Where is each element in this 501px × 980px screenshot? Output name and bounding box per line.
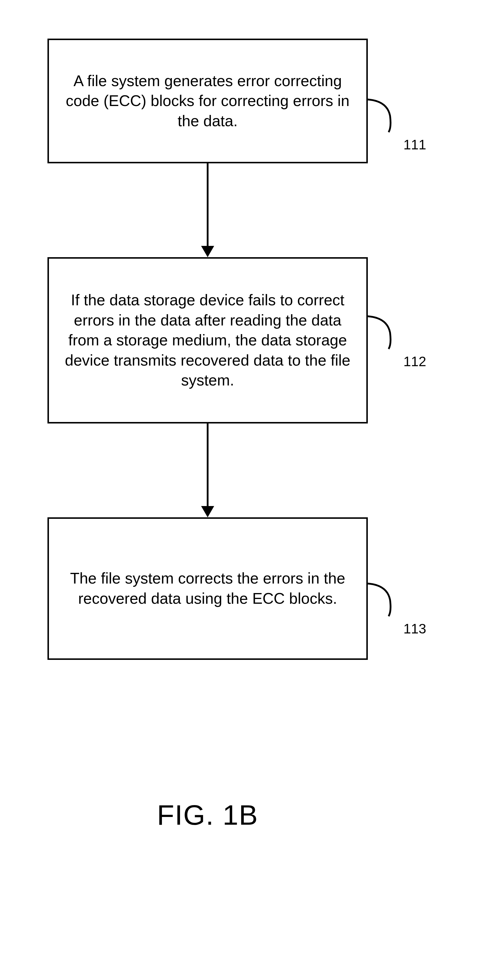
connector-curve-2	[366, 315, 402, 350]
box-2-label: 112	[403, 353, 426, 369]
arrow-container-2	[48, 423, 368, 517]
flowchart-box-3: The file system corrects the errors in t…	[48, 517, 368, 660]
arrow-2-head	[201, 506, 214, 517]
connector-curve-1	[366, 98, 402, 134]
box-2-text: If the data storage device fails to corr…	[64, 290, 352, 390]
box-3-text: The file system corrects the errors in t…	[64, 568, 352, 608]
arrow-2-line	[207, 423, 209, 507]
arrow-2	[201, 423, 214, 517]
box-1-text: A file system generates error correcting…	[64, 71, 352, 131]
arrow-1-head	[201, 246, 214, 257]
connector-curve-3	[366, 582, 402, 618]
flowchart-box-2: If the data storage device fails to corr…	[48, 257, 368, 423]
box-1-label: 111	[403, 137, 426, 153]
flowchart-box-1: A file system generates error correcting…	[48, 38, 368, 163]
arrow-1-line	[207, 163, 209, 247]
box-3-label: 113	[403, 620, 426, 637]
figure-caption: FIG. 1B	[48, 799, 368, 831]
arrow-1	[201, 163, 214, 257]
arrow-container-1	[48, 163, 368, 257]
flowchart-container: A file system generates error correcting…	[48, 38, 463, 660]
